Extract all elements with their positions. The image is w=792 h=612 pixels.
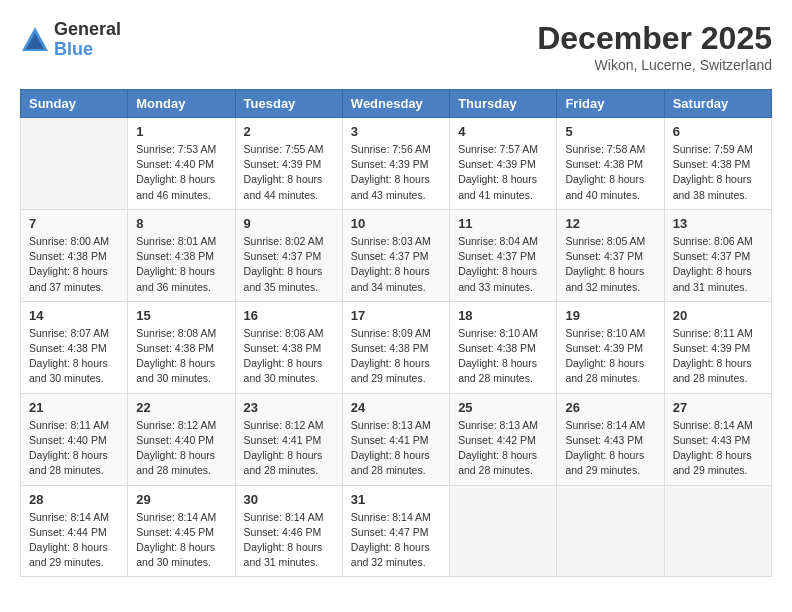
day-number: 27 <box>673 400 763 415</box>
day-info: Sunrise: 8:14 AMSunset: 4:44 PMDaylight:… <box>29 510 119 571</box>
calendar-cell: 5Sunrise: 7:58 AMSunset: 4:38 PMDaylight… <box>557 118 664 210</box>
title-block: December 2025 Wikon, Lucerne, Switzerlan… <box>537 20 772 73</box>
day-number: 19 <box>565 308 655 323</box>
day-info: Sunrise: 8:06 AMSunset: 4:37 PMDaylight:… <box>673 234 763 295</box>
day-info: Sunrise: 8:14 AMSunset: 4:47 PMDaylight:… <box>351 510 441 571</box>
calendar-cell: 28Sunrise: 8:14 AMSunset: 4:44 PMDayligh… <box>21 485 128 577</box>
logo-general-text: General <box>54 20 121 40</box>
calendar-week-row: 7Sunrise: 8:00 AMSunset: 4:38 PMDaylight… <box>21 209 772 301</box>
calendar-cell: 26Sunrise: 8:14 AMSunset: 4:43 PMDayligh… <box>557 393 664 485</box>
day-info: Sunrise: 8:05 AMSunset: 4:37 PMDaylight:… <box>565 234 655 295</box>
calendar-cell: 6Sunrise: 7:59 AMSunset: 4:38 PMDaylight… <box>664 118 771 210</box>
calendar-cell: 14Sunrise: 8:07 AMSunset: 4:38 PMDayligh… <box>21 301 128 393</box>
day-number: 9 <box>244 216 334 231</box>
day-number: 14 <box>29 308 119 323</box>
day-number: 23 <box>244 400 334 415</box>
calendar-cell: 19Sunrise: 8:10 AMSunset: 4:39 PMDayligh… <box>557 301 664 393</box>
day-number: 10 <box>351 216 441 231</box>
day-info: Sunrise: 8:08 AMSunset: 4:38 PMDaylight:… <box>244 326 334 387</box>
day-info: Sunrise: 8:04 AMSunset: 4:37 PMDaylight:… <box>458 234 548 295</box>
day-info: Sunrise: 8:11 AMSunset: 4:40 PMDaylight:… <box>29 418 119 479</box>
day-info: Sunrise: 8:14 AMSunset: 4:46 PMDaylight:… <box>244 510 334 571</box>
calendar-week-row: 21Sunrise: 8:11 AMSunset: 4:40 PMDayligh… <box>21 393 772 485</box>
calendar-cell: 17Sunrise: 8:09 AMSunset: 4:38 PMDayligh… <box>342 301 449 393</box>
day-info: Sunrise: 8:14 AMSunset: 4:43 PMDaylight:… <box>565 418 655 479</box>
calendar-cell: 23Sunrise: 8:12 AMSunset: 4:41 PMDayligh… <box>235 393 342 485</box>
logo-blue-text: Blue <box>54 40 121 60</box>
day-info: Sunrise: 8:12 AMSunset: 4:41 PMDaylight:… <box>244 418 334 479</box>
calendar-cell: 8Sunrise: 8:01 AMSunset: 4:38 PMDaylight… <box>128 209 235 301</box>
day-info: Sunrise: 7:53 AMSunset: 4:40 PMDaylight:… <box>136 142 226 203</box>
day-info: Sunrise: 7:56 AMSunset: 4:39 PMDaylight:… <box>351 142 441 203</box>
day-info: Sunrise: 7:57 AMSunset: 4:39 PMDaylight:… <box>458 142 548 203</box>
day-number: 18 <box>458 308 548 323</box>
calendar-cell: 12Sunrise: 8:05 AMSunset: 4:37 PMDayligh… <box>557 209 664 301</box>
day-number: 16 <box>244 308 334 323</box>
day-number: 17 <box>351 308 441 323</box>
weekday-header-sunday: Sunday <box>21 90 128 118</box>
calendar-cell: 30Sunrise: 8:14 AMSunset: 4:46 PMDayligh… <box>235 485 342 577</box>
calendar-cell: 22Sunrise: 8:12 AMSunset: 4:40 PMDayligh… <box>128 393 235 485</box>
calendar-table: SundayMondayTuesdayWednesdayThursdayFrid… <box>20 89 772 577</box>
day-info: Sunrise: 8:00 AMSunset: 4:38 PMDaylight:… <box>29 234 119 295</box>
page-header: General Blue December 2025 Wikon, Lucern… <box>20 20 772 73</box>
weekday-header-saturday: Saturday <box>664 90 771 118</box>
calendar-week-row: 1Sunrise: 7:53 AMSunset: 4:40 PMDaylight… <box>21 118 772 210</box>
day-number: 20 <box>673 308 763 323</box>
calendar-cell: 24Sunrise: 8:13 AMSunset: 4:41 PMDayligh… <box>342 393 449 485</box>
day-info: Sunrise: 8:12 AMSunset: 4:40 PMDaylight:… <box>136 418 226 479</box>
day-info: Sunrise: 8:13 AMSunset: 4:42 PMDaylight:… <box>458 418 548 479</box>
calendar-cell: 9Sunrise: 8:02 AMSunset: 4:37 PMDaylight… <box>235 209 342 301</box>
day-number: 4 <box>458 124 548 139</box>
day-number: 11 <box>458 216 548 231</box>
calendar-cell: 15Sunrise: 8:08 AMSunset: 4:38 PMDayligh… <box>128 301 235 393</box>
calendar-cell: 2Sunrise: 7:55 AMSunset: 4:39 PMDaylight… <box>235 118 342 210</box>
calendar-cell: 25Sunrise: 8:13 AMSunset: 4:42 PMDayligh… <box>450 393 557 485</box>
weekday-header-tuesday: Tuesday <box>235 90 342 118</box>
weekday-header-thursday: Thursday <box>450 90 557 118</box>
day-info: Sunrise: 8:14 AMSunset: 4:45 PMDaylight:… <box>136 510 226 571</box>
weekday-header-friday: Friday <box>557 90 664 118</box>
calendar-cell: 21Sunrise: 8:11 AMSunset: 4:40 PMDayligh… <box>21 393 128 485</box>
calendar-cell: 1Sunrise: 7:53 AMSunset: 4:40 PMDaylight… <box>128 118 235 210</box>
calendar-cell: 7Sunrise: 8:00 AMSunset: 4:38 PMDaylight… <box>21 209 128 301</box>
day-number: 6 <box>673 124 763 139</box>
day-number: 29 <box>136 492 226 507</box>
day-number: 13 <box>673 216 763 231</box>
day-info: Sunrise: 7:59 AMSunset: 4:38 PMDaylight:… <box>673 142 763 203</box>
calendar-week-row: 28Sunrise: 8:14 AMSunset: 4:44 PMDayligh… <box>21 485 772 577</box>
location-subtitle: Wikon, Lucerne, Switzerland <box>537 57 772 73</box>
day-number: 1 <box>136 124 226 139</box>
calendar-cell <box>450 485 557 577</box>
logo: General Blue <box>20 20 121 60</box>
calendar-cell: 3Sunrise: 7:56 AMSunset: 4:39 PMDaylight… <box>342 118 449 210</box>
day-info: Sunrise: 8:02 AMSunset: 4:37 PMDaylight:… <box>244 234 334 295</box>
day-info: Sunrise: 8:09 AMSunset: 4:38 PMDaylight:… <box>351 326 441 387</box>
calendar-cell: 27Sunrise: 8:14 AMSunset: 4:43 PMDayligh… <box>664 393 771 485</box>
day-number: 12 <box>565 216 655 231</box>
day-number: 2 <box>244 124 334 139</box>
day-info: Sunrise: 8:01 AMSunset: 4:38 PMDaylight:… <box>136 234 226 295</box>
day-number: 24 <box>351 400 441 415</box>
calendar-cell: 18Sunrise: 8:10 AMSunset: 4:38 PMDayligh… <box>450 301 557 393</box>
calendar-cell: 11Sunrise: 8:04 AMSunset: 4:37 PMDayligh… <box>450 209 557 301</box>
month-title: December 2025 <box>537 20 772 57</box>
day-info: Sunrise: 8:11 AMSunset: 4:39 PMDaylight:… <box>673 326 763 387</box>
day-info: Sunrise: 8:10 AMSunset: 4:39 PMDaylight:… <box>565 326 655 387</box>
day-info: Sunrise: 8:10 AMSunset: 4:38 PMDaylight:… <box>458 326 548 387</box>
day-number: 21 <box>29 400 119 415</box>
day-info: Sunrise: 7:55 AMSunset: 4:39 PMDaylight:… <box>244 142 334 203</box>
day-number: 30 <box>244 492 334 507</box>
calendar-cell: 10Sunrise: 8:03 AMSunset: 4:37 PMDayligh… <box>342 209 449 301</box>
day-number: 22 <box>136 400 226 415</box>
day-info: Sunrise: 8:03 AMSunset: 4:37 PMDaylight:… <box>351 234 441 295</box>
calendar-cell: 20Sunrise: 8:11 AMSunset: 4:39 PMDayligh… <box>664 301 771 393</box>
calendar-cell <box>664 485 771 577</box>
day-info: Sunrise: 8:07 AMSunset: 4:38 PMDaylight:… <box>29 326 119 387</box>
day-number: 8 <box>136 216 226 231</box>
weekday-header-row: SundayMondayTuesdayWednesdayThursdayFrid… <box>21 90 772 118</box>
weekday-header-monday: Monday <box>128 90 235 118</box>
day-number: 5 <box>565 124 655 139</box>
day-number: 7 <box>29 216 119 231</box>
calendar-cell: 4Sunrise: 7:57 AMSunset: 4:39 PMDaylight… <box>450 118 557 210</box>
